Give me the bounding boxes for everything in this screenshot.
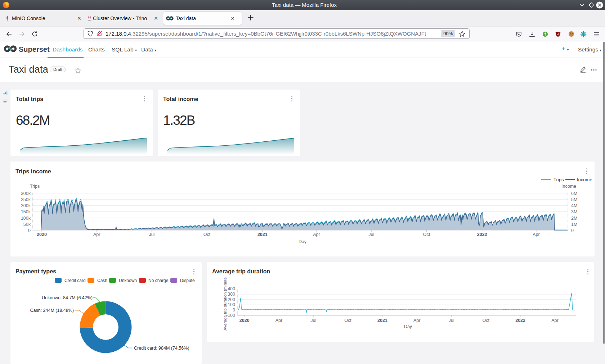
svg-text:100: 100 bbox=[228, 302, 235, 307]
svg-text:Day: Day bbox=[299, 239, 307, 244]
svg-text:Apr: Apr bbox=[93, 232, 100, 237]
svg-text:Cash: 244M (18.48%): Cash: 244M (18.48%) bbox=[30, 308, 74, 313]
svg-text:2022: 2022 bbox=[477, 232, 487, 237]
svg-text:300: 300 bbox=[228, 292, 235, 297]
svg-text:250k: 250k bbox=[21, 197, 31, 202]
svg-text:5M: 5M bbox=[571, 197, 577, 202]
svg-text:300k: 300k bbox=[21, 191, 31, 196]
svg-text:Oct: Oct bbox=[344, 318, 351, 323]
svg-text:200: 200 bbox=[228, 297, 235, 302]
svg-text:Apr: Apr bbox=[413, 318, 420, 323]
svg-text:0: 0 bbox=[28, 228, 31, 233]
svg-text:Credit card: Credit card bbox=[64, 278, 86, 283]
svg-text:2020: 2020 bbox=[37, 232, 47, 237]
svg-text:Unknown: 84.7M (6.42%): Unknown: 84.7M (6.42%) bbox=[42, 295, 93, 300]
svg-text:Dispute: Dispute bbox=[180, 278, 195, 283]
svg-text:50k: 50k bbox=[23, 222, 31, 227]
svg-text:3M: 3M bbox=[571, 209, 577, 214]
svg-text:Income: Income bbox=[561, 184, 576, 189]
svg-text:6M: 6M bbox=[571, 191, 577, 196]
svg-text:400: 400 bbox=[228, 286, 235, 291]
svg-text:Trips: Trips bbox=[30, 184, 40, 189]
svg-text:2020: 2020 bbox=[239, 318, 250, 323]
svg-text:Jul: Jul bbox=[449, 318, 454, 323]
svg-text:2M: 2M bbox=[571, 216, 577, 221]
svg-text:Oct: Oct bbox=[483, 318, 490, 323]
svg-text:Trips: Trips bbox=[554, 177, 564, 182]
svg-text:-100: -100 bbox=[226, 313, 235, 318]
svg-text:Jul: Jul bbox=[368, 232, 374, 237]
svg-text:100k: 100k bbox=[21, 216, 31, 221]
svg-text:Apr: Apr bbox=[533, 232, 539, 237]
svg-text:Oct: Oct bbox=[423, 232, 430, 237]
svg-text:Average trip duration (minute: Average trip duration (minute bbox=[223, 277, 227, 331]
svg-text:Apr: Apr bbox=[551, 318, 558, 323]
svg-text:1M: 1M bbox=[571, 222, 577, 227]
svg-text:Oct: Oct bbox=[203, 232, 211, 237]
svg-text:2021: 2021 bbox=[377, 318, 387, 323]
svg-text:Apr: Apr bbox=[313, 232, 320, 237]
svg-text:2021: 2021 bbox=[257, 232, 268, 237]
svg-text:Apr: Apr bbox=[275, 318, 282, 323]
svg-text:Jul: Jul bbox=[149, 232, 154, 237]
svg-text:No charge: No charge bbox=[148, 278, 169, 283]
svg-text:4M: 4M bbox=[571, 203, 577, 208]
svg-text:Cash: Cash bbox=[97, 278, 107, 283]
svg-text:0: 0 bbox=[571, 228, 574, 233]
svg-text:Income: Income bbox=[577, 177, 592, 182]
svg-text:Jul: Jul bbox=[310, 318, 316, 323]
svg-text:Unknown: Unknown bbox=[119, 278, 137, 283]
svg-text:Credit card: 984M (74.56%): Credit card: 984M (74.56%) bbox=[134, 346, 189, 351]
svg-text:150k: 150k bbox=[21, 209, 31, 214]
svg-text:200k: 200k bbox=[21, 203, 31, 208]
svg-text:2022: 2022 bbox=[515, 318, 525, 323]
svg-text:0: 0 bbox=[233, 308, 235, 313]
svg-text:Day: Day bbox=[404, 324, 412, 329]
